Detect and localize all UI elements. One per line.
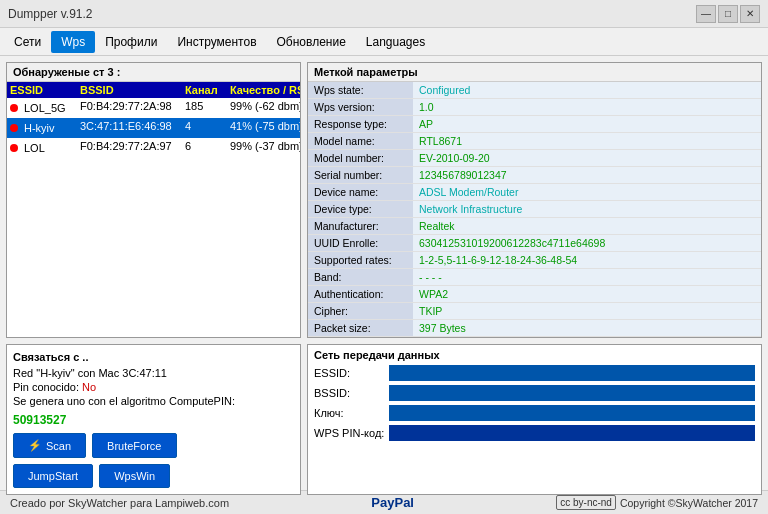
app-title: Dumpper v.91.2 <box>8 7 93 21</box>
param-key: Manufacturer: <box>308 218 413 234</box>
param-key: Band: <box>308 269 413 285</box>
main-content: Обнаруженые ст 3 : ESSID BSSID Канал Кач… <box>0 56 768 490</box>
close-button[interactable]: ✕ <box>740 5 760 23</box>
menu-update[interactable]: Обновление <box>267 31 356 53</box>
table-row[interactable]: LOL_5G F0:B4:29:77:2A:98 185 99% (-62 db… <box>7 98 300 118</box>
essid-cell: H-kyiv <box>7 118 77 138</box>
param-value: Network Infrastructure <box>413 201 761 217</box>
connect-pin: 50913527 <box>13 413 294 427</box>
param-key: UUID Enrolle: <box>308 235 413 251</box>
netdata-row-pin: WPS PIN-код: <box>314 425 755 441</box>
netdata-row-essid: ESSID: <box>314 365 755 381</box>
maximize-button[interactable]: □ <box>718 5 738 23</box>
param-key: Response type: <box>308 116 413 132</box>
param-row: Authentication:WPA2 <box>308 286 761 303</box>
minimize-button[interactable]: — <box>696 5 716 23</box>
param-key: Supported rates: <box>308 252 413 268</box>
essid-value: H-kyiv <box>21 120 58 136</box>
param-value: 397 Bytes <box>413 320 761 336</box>
param-key: Model name: <box>308 133 413 149</box>
bssid-value: 3C:47:11:E6:46:98 <box>77 118 182 138</box>
param-value: RTL8671 <box>413 133 761 149</box>
wpswin-label: WpsWin <box>114 470 155 482</box>
param-value: - - - - <box>413 269 761 285</box>
param-row: Packet size:397 Bytes <box>308 320 761 337</box>
menu-tools[interactable]: Инструментов <box>167 31 266 53</box>
param-key: Cipher: <box>308 303 413 319</box>
param-value: AP <box>413 116 761 132</box>
essid-bar <box>389 365 755 381</box>
connect-title: Связаться с .. <box>13 351 294 363</box>
bssid-value: F0:B4:29:77:2A:97 <box>77 138 182 158</box>
param-value: EV-2010-09-20 <box>413 150 761 166</box>
jumpstart-button[interactable]: JumpStart <box>13 464 93 488</box>
scan-icon: ⚡ <box>28 439 42 452</box>
bruteforce-label: BruteForce <box>107 440 161 452</box>
bssid-bar <box>389 385 755 401</box>
netdata-row-bssid: BSSID: <box>314 385 755 401</box>
quality-value: 99% (-37 dbm) <box>227 138 300 158</box>
param-value: Configured <box>413 82 761 98</box>
statusbar-center: PayPal <box>371 495 414 510</box>
params-table: Wps state:ConfiguredWps version:1.0Respo… <box>308 82 761 337</box>
param-key: Packet size: <box>308 320 413 336</box>
networks-header: ESSID BSSID Канал Качество / RSSI Штифт <box>7 82 300 98</box>
param-value: TKIP <box>413 303 761 319</box>
col-channel: Канал <box>182 82 227 98</box>
scan-button[interactable]: ⚡ Scan <box>13 433 86 458</box>
essid-value: LOL <box>21 140 48 156</box>
netdata-label-bssid: BSSID: <box>314 387 389 399</box>
menu-seti[interactable]: Сети <box>4 31 51 53</box>
table-row[interactable]: H-kyiv 3C:47:11:E6:46:98 4 41% (-75 dbm)… <box>7 118 300 138</box>
param-key: Wps version: <box>308 99 413 115</box>
top-area: Обнаруженые ст 3 : ESSID BSSID Канал Кач… <box>6 62 762 338</box>
param-row: Device type:Network Infrastructure <box>308 201 761 218</box>
connect-buttons-row1: ⚡ Scan BruteForce <box>13 433 294 458</box>
titlebar: Dumpper v.91.2 — □ ✕ <box>0 0 768 28</box>
netdata-panel: Сеть передачи данных ESSID: BSSID: Ключ:… <box>307 344 762 495</box>
table-row[interactable]: LOL F0:B4:29:77:2A:97 6 99% (-37 dbm) 78… <box>7 138 300 158</box>
jumpstart-label: JumpStart <box>28 470 78 482</box>
scan-label: Scan <box>46 440 71 452</box>
quality-value: 99% (-62 dbm) <box>227 98 300 118</box>
dot-icon <box>10 144 18 152</box>
menu-wps[interactable]: Wps <box>51 31 95 53</box>
param-key: Wps state: <box>308 82 413 98</box>
statusbar-left: Creado por SkyWatcher para Lampiweb.com <box>10 497 229 509</box>
param-row: Serial number:123456789012347 <box>308 167 761 184</box>
netdata-label-pin: WPS PIN-код: <box>314 427 389 439</box>
quality-value: 41% (-75 dbm) <box>227 118 300 138</box>
connect-info-1: Red "H-kyiv" con Mac 3C:47:11 <box>13 367 294 379</box>
wpswin-button[interactable]: WpsWin <box>99 464 170 488</box>
networks-title: Обнаруженые ст 3 : <box>7 63 300 82</box>
param-value: 1-2-5,5-11-6-9-12-18-24-36-48-54 <box>413 252 761 268</box>
param-row: Model name:RTL8671 <box>308 133 761 150</box>
channel-value: 4 <box>182 118 227 138</box>
param-key: Model number: <box>308 150 413 166</box>
bssid-value: F0:B4:29:77:2A:98 <box>77 98 182 118</box>
menu-languages[interactable]: Languages <box>356 31 435 53</box>
connect-info-3: Se genera uno con el algoritmo ComputePI… <box>13 395 294 407</box>
connect-panel: Связаться с .. Red "H-kyiv" con Mac 3C:4… <box>6 344 301 495</box>
netdata-row-key: Ключ: <box>314 405 755 421</box>
dot-icon <box>10 124 18 132</box>
statusbar-right: cc by-nc-nd Copyright ©SkyWatcher 2017 <box>556 495 758 510</box>
param-row: Device name:ADSL Modem/Router <box>308 184 761 201</box>
param-row: Band:- - - - <box>308 269 761 286</box>
col-bssid: BSSID <box>77 82 182 98</box>
param-row: Model number:EV-2010-09-20 <box>308 150 761 167</box>
bruteforce-button[interactable]: BruteForce <box>92 433 176 458</box>
bottom-area: Связаться с .. Red "H-kyiv" con Mac 3C:4… <box>6 344 762 495</box>
menubar: Сети Wps Профили Инструментов Обновление… <box>0 28 768 56</box>
param-value: WPA2 <box>413 286 761 302</box>
key-bar <box>389 405 755 421</box>
params-panel: Меткой параметры Wps state:ConfiguredWps… <box>307 62 762 338</box>
param-value: ADSL Modem/Router <box>413 184 761 200</box>
param-key: Serial number: <box>308 167 413 183</box>
pin-known-label: Pin conocido: <box>13 381 82 393</box>
menu-profiles[interactable]: Профили <box>95 31 167 53</box>
channel-value: 6 <box>182 138 227 158</box>
col-essid: ESSID <box>7 82 77 98</box>
param-value: 630412531019200612283c4711e64698 <box>413 235 761 251</box>
dot-icon <box>10 104 18 112</box>
